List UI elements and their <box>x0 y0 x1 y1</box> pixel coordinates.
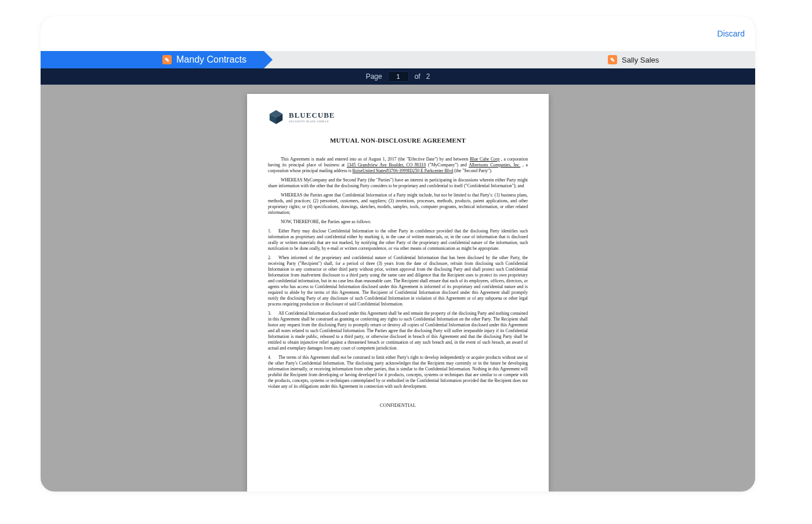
clause-2: 2.When informed of the proprietary and c… <box>268 255 528 307</box>
company-logo: BLUECUBE SECURITY MADE SIMPLE <box>268 109 528 125</box>
intro-paragraph: This Agreement is made and entered into … <box>268 157 528 174</box>
clause-4: 4.The terms of this Agreement shall not … <box>268 355 528 390</box>
page-of-label: of <box>415 72 420 81</box>
page-navigation-bar: Page of 2 <box>41 68 755 85</box>
logo-tagline: SECURITY MADE SIMPLE <box>289 120 335 123</box>
signer-tab-inactive[interactable]: ✎ Sally Sales <box>597 51 669 68</box>
whereas-2: WHEREAS the Parties agree that Confident… <box>268 192 528 216</box>
top-toolbar: Discard <box>41 16 755 51</box>
pen-icon: ✎ <box>162 55 172 64</box>
signer-tab-active[interactable]: ✎ Mandy Contracts <box>41 51 264 68</box>
document-page: BLUECUBE SECURITY MADE SIMPLE MUTUAL NON… <box>247 94 549 492</box>
logo-brand: BLUECUBE <box>289 111 335 119</box>
signer-name: Sally Sales <box>622 56 659 64</box>
cube-icon <box>268 109 284 125</box>
document-title: MUTUAL NON-DISCLOSURE AGREEMENT <box>268 137 528 144</box>
clause-1: 1.Either Party may disclose Confidential… <box>268 228 528 252</box>
pen-icon: ✎ <box>608 55 617 64</box>
document-viewer[interactable]: BLUECUBE SECURITY MADE SIMPLE MUTUAL NON… <box>41 85 755 492</box>
whereas-1: WHEREAS MyCompany and the Second Party (… <box>268 177 528 189</box>
page-footer: CONFIDENTIAL <box>268 402 528 408</box>
now-therefore: NOW, THEREFORE, the Parties agree as fol… <box>268 219 528 225</box>
signers-bar: ✎ Mandy Contracts ✎ Sally Sales <box>41 51 755 68</box>
discard-button[interactable]: Discard <box>716 27 746 41</box>
signer-name: Mandy Contracts <box>176 54 246 65</box>
page-number-input[interactable] <box>388 71 409 82</box>
page-label: Page <box>366 72 382 81</box>
app-window: Discard ✎ Mandy Contracts ✎ Sally Sales … <box>41 16 755 492</box>
page-total: 2 <box>426 72 430 81</box>
clause-3: 3.All Confidential Information disclosed… <box>268 311 528 351</box>
